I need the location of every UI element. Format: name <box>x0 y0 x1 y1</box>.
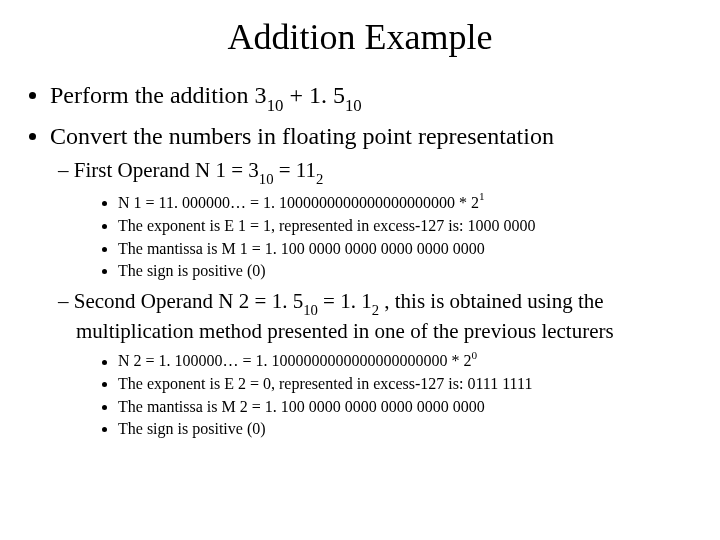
text: First Operand N 1 = 3 <box>74 158 259 182</box>
list-item: The exponent is E 2 = 0, represented in … <box>118 373 692 395</box>
list-item: N 1 = 11. 000000… = 1. 10000000000000000… <box>118 191 692 214</box>
text: Convert the numbers in floating point re… <box>50 123 554 149</box>
detail-list: N 2 = 1. 100000… = 1. 100000000000000000… <box>76 349 692 440</box>
subscript: 2 <box>372 302 379 318</box>
superscript: 1 <box>479 190 485 202</box>
subscript: 10 <box>345 96 362 115</box>
text: Second Operand N 2 = 1. 5 <box>74 289 303 313</box>
list-item: The sign is positive (0) <box>118 418 692 440</box>
bullet-convert: Convert the numbers in floating point re… <box>50 121 692 440</box>
second-operand: Second Operand N 2 = 1. 510 = 1. 12 , th… <box>76 288 692 440</box>
list-item: The mantissa is M 1 = 1. 100 0000 0000 0… <box>118 238 692 260</box>
first-operand: First Operand N 1 = 310 = 112 N 1 = 11. … <box>76 157 692 282</box>
text: + 1. 5 <box>283 82 345 108</box>
text: N 1 = 11. 000000… = 1. 10000000000000000… <box>118 194 479 211</box>
text: = 1. 1 <box>318 289 372 313</box>
bullet-list: Perform the addition 310 + 1. 510 Conver… <box>28 80 692 440</box>
subscript: 10 <box>259 171 274 187</box>
text: Perform the addition 3 <box>50 82 267 108</box>
slide-title: Addition Example <box>28 16 692 58</box>
sub-list: First Operand N 1 = 310 = 112 N 1 = 11. … <box>50 157 692 440</box>
subscript: 2 <box>316 171 323 187</box>
bullet-perform: Perform the addition 310 + 1. 510 <box>50 80 692 115</box>
superscript: 0 <box>472 349 478 361</box>
text: = 11 <box>274 158 317 182</box>
subscript: 10 <box>267 96 284 115</box>
list-item: The sign is positive (0) <box>118 260 692 282</box>
list-item: The mantissa is M 2 = 1. 100 0000 0000 0… <box>118 396 692 418</box>
slide: Addition Example Perform the addition 31… <box>0 0 720 540</box>
subscript: 10 <box>303 302 318 318</box>
text: N 2 = 1. 100000… = 1. 100000000000000000… <box>118 353 472 370</box>
detail-list: N 1 = 11. 000000… = 1. 10000000000000000… <box>76 191 692 282</box>
list-item: N 2 = 1. 100000… = 1. 100000000000000000… <box>118 349 692 372</box>
list-item: The exponent is E 1 = 1, represented in … <box>118 215 692 237</box>
